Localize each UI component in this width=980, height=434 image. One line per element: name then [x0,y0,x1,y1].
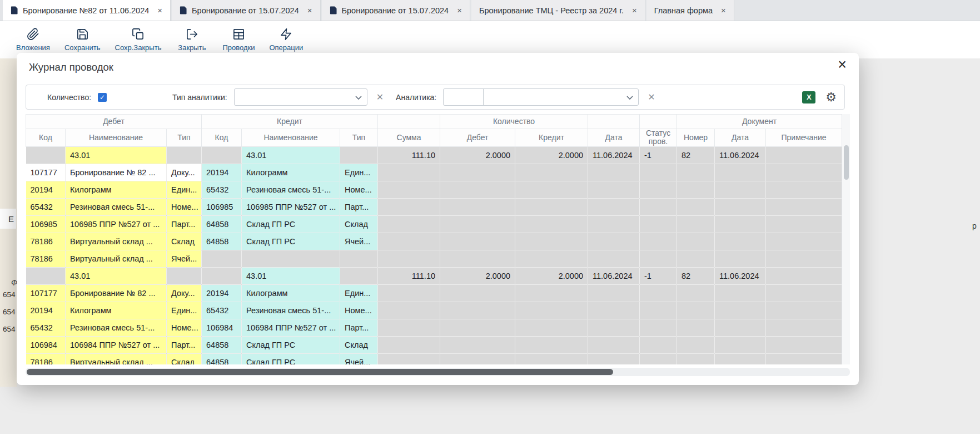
cell[interactable] [715,319,766,336]
cell[interactable] [588,215,640,233]
cell[interactable]: 11.06.2024 [715,267,766,284]
cell[interactable]: 106984 [202,319,242,336]
cell[interactable] [766,146,842,164]
cell[interactable]: Килограмм [242,164,340,181]
cell[interactable]: 2.0000 [515,146,588,164]
toolbar-item-refresh[interactable]: Обн [965,24,980,56]
horizontal-scrollbar[interactable] [26,368,850,376]
summary-row[interactable]: 43.0143.01111.102.00002.000011.06.2024-1… [26,146,842,164]
cell[interactable]: Бронирование № 82 ... [66,164,167,181]
cell[interactable]: Номе... [167,319,202,336]
column-header[interactable]: Дата [588,129,640,147]
modal-close-icon[interactable]: × [838,57,847,72]
cell[interactable]: 43.01 [66,146,167,164]
cell[interactable] [440,319,515,336]
cell[interactable] [588,164,640,181]
vertical-scrollbar-thumb[interactable] [844,145,849,180]
cell[interactable]: 2.0000 [440,267,515,284]
cell[interactable]: Склад ГП РС [242,353,340,364]
cell[interactable]: Виртуальный склад ... [66,233,167,250]
cell[interactable]: Склад ГП РС [242,336,340,353]
cell[interactable] [378,181,440,198]
cell[interactable]: 64858 [202,353,242,364]
cell[interactable] [715,181,766,198]
detail-row[interactable]: 106984106984 ППР №527 от ...Парт...64858… [26,336,842,353]
detail-row[interactable]: 107177Бронирование № 82 ...Доку...20194К… [26,164,842,181]
cell[interactable] [715,233,766,250]
tab-close-icon[interactable]: × [721,6,726,15]
cell[interactable] [440,233,515,250]
cell[interactable]: Един... [340,284,378,302]
cell[interactable]: 20194 [202,164,242,181]
cell[interactable] [440,198,515,215]
cell[interactable]: 64858 [202,233,242,250]
horizontal-scrollbar-thumb[interactable] [27,369,613,375]
cell[interactable]: Килограмм [66,181,167,198]
cell[interactable]: 2.0000 [440,146,515,164]
cell[interactable]: 65432 [202,302,242,319]
tab-1[interactable]: Бронирование №82 от 11.06.2024× [3,0,171,21]
cell[interactable] [515,198,588,215]
cell[interactable] [202,146,242,164]
cell[interactable] [640,164,677,181]
cell[interactable]: 64858 [202,215,242,233]
analytics-code-input[interactable] [444,89,484,105]
clear-analytics-type-icon[interactable]: ✕ [376,92,384,102]
cell[interactable]: Склад [340,215,378,233]
column-header[interactable]: Наименование [66,129,167,147]
cell[interactable]: 20194 [26,181,66,198]
cell[interactable]: Виртуальный склад ... [66,353,167,364]
cell[interactable] [677,353,715,364]
cell[interactable] [677,250,715,267]
cell[interactable]: Парт... [167,215,202,233]
cell[interactable] [715,302,766,319]
column-header[interactable]: Номер [677,129,715,147]
toolbar-item-paperclip[interactable]: Вложения [9,28,57,52]
cell[interactable] [167,146,202,164]
cell[interactable] [715,284,766,302]
cell[interactable]: 78186 [26,233,66,250]
cell[interactable]: Резиновая смесь 51-... [242,302,340,319]
cell[interactable]: Склад [340,336,378,353]
cell[interactable]: 11.06.2024 [588,267,640,284]
column-header[interactable]: Статус пров. [640,129,677,147]
cell[interactable] [766,233,842,250]
cell[interactable]: 106985 [26,215,66,233]
cell[interactable]: Ячей... [167,250,202,267]
cell[interactable]: Парт... [167,336,202,353]
cell[interactable]: Парт... [340,198,378,215]
cell[interactable]: 111.10 [378,267,440,284]
cell[interactable] [515,215,588,233]
cell[interactable] [202,250,242,267]
cell[interactable] [766,198,842,215]
cell[interactable] [515,250,588,267]
cell[interactable] [202,267,242,284]
detail-row[interactable]: 65432Резиновая смесь 51-...Номе...106984… [26,319,842,336]
toolbar-item-exit[interactable]: Закрыть [168,28,215,52]
toolbar-item-save[interactable]: Сохранить [57,28,108,52]
cell[interactable] [677,302,715,319]
tab-5[interactable]: Главная форма× [646,0,734,21]
tab-close-icon[interactable]: × [632,6,637,15]
toolbar-item-lightning[interactable]: Операции [262,28,310,52]
detail-row[interactable]: 78186Виртуальный склад ...Ячей... [26,250,842,267]
cell[interactable]: 107177 [26,284,66,302]
column-header[interactable]: Примечание [766,129,842,147]
detail-row[interactable]: 106985106985 ППР №527 от ...Парт...64858… [26,215,842,233]
cell[interactable] [766,302,842,319]
cell[interactable] [378,284,440,302]
cell[interactable]: Склад ГП РС [242,215,340,233]
cell[interactable] [677,181,715,198]
tab-4[interactable]: Бронирование ТМЦ - Реестр за 2024 г.× [471,0,645,21]
cell[interactable]: Килограмм [242,284,340,302]
cell[interactable]: 11.06.2024 [715,146,766,164]
cell[interactable] [640,198,677,215]
detail-row[interactable]: 78186Виртуальный склад ...Склад64858Скла… [26,233,842,250]
cell[interactable]: 106985 ППР №527 от ... [66,215,167,233]
cell[interactable] [640,284,677,302]
cell[interactable]: 43.01 [242,146,340,164]
cell[interactable]: Един... [340,164,378,181]
cell[interactable] [588,336,640,353]
cell[interactable] [378,233,440,250]
cell[interactable] [378,319,440,336]
